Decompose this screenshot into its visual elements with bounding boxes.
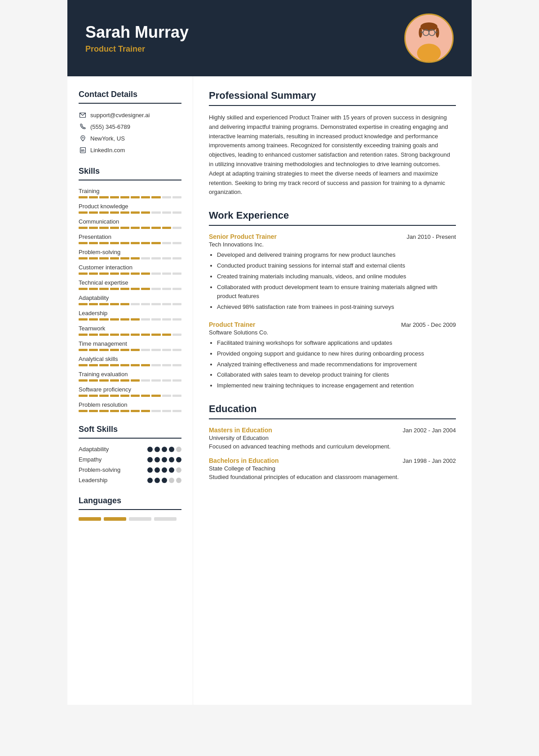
skill-segment <box>162 303 171 305</box>
skill-segment <box>99 318 108 321</box>
skill-segment <box>131 211 140 214</box>
skill-item: Analytical skills <box>79 356 181 366</box>
skill-segment <box>151 227 160 229</box>
skill-segment <box>131 196 140 198</box>
dot <box>147 467 153 473</box>
edu-dates: Jan 1998 - Jan 2002 <box>402 457 456 464</box>
skill-segment <box>79 364 88 366</box>
skill-segment <box>141 273 150 275</box>
skill-segment <box>162 318 171 321</box>
education-entry: Masters in EducationJan 2002 - Jan 2004U… <box>209 426 456 450</box>
edu-header: Masters in EducationJan 2002 - Jan 2004 <box>209 426 456 434</box>
dot <box>176 457 181 462</box>
skill-segment <box>141 227 150 229</box>
soft-skill-item: Empathy <box>79 456 181 463</box>
dot <box>147 447 153 452</box>
skill-segment <box>131 303 140 305</box>
edu-desc: Studied foundational principles of educa… <box>209 474 456 480</box>
job-header: Senior Product TrainerJan 2010 - Present <box>209 233 456 240</box>
skill-segment <box>99 227 108 229</box>
dot <box>162 478 167 483</box>
skill-segment <box>110 303 119 305</box>
dot <box>162 447 167 452</box>
soft-skill-name: Empathy <box>79 456 102 463</box>
linkedin-icon: in <box>79 146 87 154</box>
dot <box>176 467 181 473</box>
skill-name: Software proficiency <box>79 386 181 393</box>
skill-bar <box>79 318 181 321</box>
skill-bar <box>79 288 181 290</box>
skill-segment <box>172 196 181 198</box>
skill-segment <box>89 364 98 366</box>
skill-name: Presentation <box>79 233 181 240</box>
contact-section: Contact Details support@cvdesigner.ai <box>79 90 181 154</box>
candidate-photo <box>404 13 454 63</box>
soft-skills-title: Soft Skills <box>79 425 181 434</box>
skill-item: Training evaluation <box>79 371 181 382</box>
skill-segment <box>162 242 171 244</box>
skill-segment <box>110 211 119 214</box>
soft-skills-divider <box>79 438 181 439</box>
soft-skill-dots <box>147 447 181 452</box>
skill-segment <box>162 410 171 412</box>
skill-segment <box>131 242 140 244</box>
job-dates: Mar 2005 - Dec 2009 <box>401 321 456 328</box>
skill-segment <box>110 410 119 412</box>
skill-segment <box>162 196 171 198</box>
skill-segment <box>131 227 140 229</box>
soft-skill-dots <box>147 478 181 483</box>
job-title: Senior Product Trainer <box>209 233 277 240</box>
skill-segment <box>99 364 108 366</box>
skill-segment <box>99 303 108 305</box>
svg-point-5 <box>436 27 439 38</box>
location-text: NewYork, US <box>90 135 125 142</box>
contact-phone: (555) 345-6789 <box>79 123 181 131</box>
skill-segment <box>131 257 140 259</box>
skill-segment <box>120 273 129 275</box>
education-divider <box>209 418 456 419</box>
skill-segment <box>151 395 160 397</box>
skill-segment <box>162 227 171 229</box>
skill-segment <box>110 196 119 198</box>
skill-segment <box>141 257 150 259</box>
skill-item: Software proficiency <box>79 386 181 397</box>
skill-segment <box>120 379 129 382</box>
candidate-title: Product Trainer <box>85 44 189 54</box>
lang-bar-4 <box>154 517 177 521</box>
skill-bar <box>79 334 181 336</box>
email-text: support@cvdesigner.ai <box>90 112 150 119</box>
lang-bar-2 <box>104 517 126 521</box>
dot <box>169 467 174 473</box>
main-content: Contact Details support@cvdesigner.ai <box>67 76 472 705</box>
skill-segment <box>151 196 160 198</box>
skill-segment <box>141 211 150 214</box>
skills-list: TrainingProduct knowledgeCommunicationPr… <box>79 188 181 412</box>
job-dates: Jan 2010 - Present <box>406 233 456 240</box>
edu-dates: Jan 2002 - Jan 2004 <box>402 427 456 434</box>
skill-segment <box>120 349 129 351</box>
skill-segment <box>79 242 88 244</box>
skill-name: Leadership <box>79 310 181 316</box>
skill-segment <box>99 349 108 351</box>
lang-bar-3 <box>129 517 151 521</box>
skill-item: Problem resolution <box>79 401 181 412</box>
skill-segment <box>89 242 98 244</box>
skill-segment <box>120 364 129 366</box>
skill-segment <box>141 379 150 382</box>
right-content: Professional Summary Highly skilled and … <box>193 76 472 705</box>
skill-segment <box>172 395 181 397</box>
skill-segment <box>162 288 171 290</box>
skill-segment <box>151 303 160 305</box>
edu-desc: Focused on advanced teaching methods and… <box>209 443 456 450</box>
job-bullets: Developed and delivered training program… <box>209 251 456 312</box>
skill-segment <box>151 410 160 412</box>
education-list: Masters in EducationJan 2002 - Jan 2004U… <box>209 426 456 480</box>
skill-segment <box>89 273 98 275</box>
skill-segment <box>89 303 98 305</box>
job-bullet: Conducted product training sessions for … <box>217 261 456 271</box>
edu-school: University of Education <box>209 435 456 441</box>
skill-segment <box>131 410 140 412</box>
skill-segment <box>99 257 108 259</box>
job-title: Product Trainer <box>209 321 255 328</box>
skill-segment <box>172 318 181 321</box>
